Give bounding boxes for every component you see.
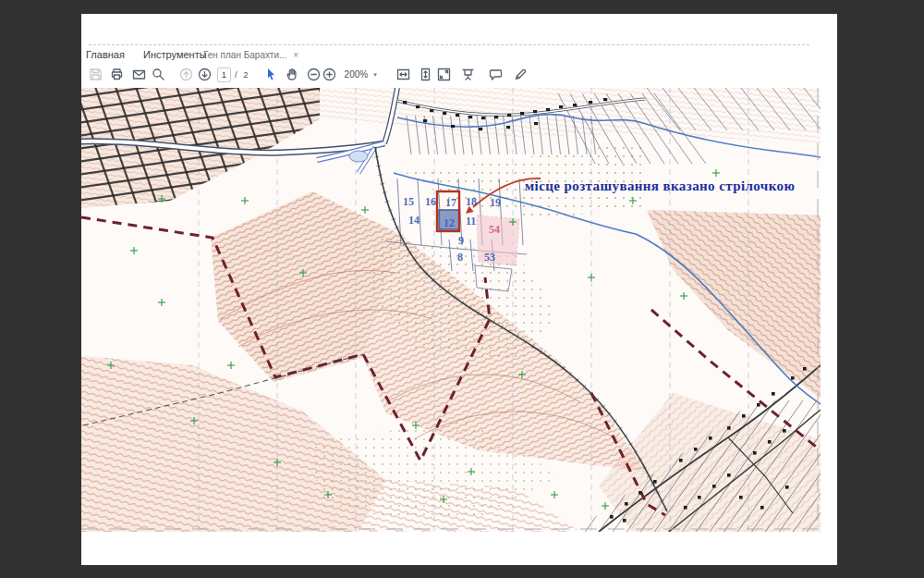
plot-number-8: 8 (457, 251, 463, 264)
pdf-viewer-window: Главная Инструменты Ген план Барахти...×… (81, 14, 837, 565)
map-annotation-text: місце розташування вказано стрілочкою (525, 178, 795, 193)
plot-number-16: 16 (425, 195, 436, 208)
zoom-in-button[interactable] (322, 67, 337, 82)
minus-circle-icon (306, 67, 322, 82)
plot-number-54: 54 (489, 223, 500, 236)
document-tab-title: Ген план Барахти... (203, 50, 286, 60)
search-icon (151, 67, 166, 82)
page-number-input[interactable]: 1 (217, 68, 231, 82)
plot-number-9: 9 (458, 234, 464, 247)
fullscreen-button[interactable] (436, 67, 452, 82)
fit-page-button[interactable] (418, 67, 433, 82)
arrow-up-circle-icon (178, 67, 194, 82)
fit-page-icon (418, 67, 433, 82)
plot-number-12: 12 (444, 216, 455, 229)
document-page: 1516171819141211954853 місце розташуванн… (81, 88, 821, 532)
tab-close-icon[interactable]: × (293, 50, 298, 60)
save-icon (88, 67, 103, 82)
search-button[interactable] (151, 67, 166, 82)
pencil-icon (513, 67, 529, 82)
titlebar-divider (89, 44, 809, 45)
plus-circle-icon (322, 67, 337, 82)
email-button[interactable] (131, 67, 147, 82)
select-tool-button[interactable] (263, 67, 279, 82)
toolbar: 1 / 2 200% ▾ (81, 62, 837, 87)
present-button[interactable] (460, 67, 476, 82)
plot-number-14: 14 (408, 214, 419, 227)
chevron-down-icon: ▾ (373, 71, 377, 79)
speech-bubble-icon (488, 67, 504, 82)
document-canvas[interactable]: 1516171819141211954853 місце розташуванн… (81, 88, 821, 532)
plot-number-17: 17 (445, 196, 456, 209)
menu-item-tools[interactable]: Инструменты (143, 49, 207, 60)
fit-width-button[interactable] (395, 67, 411, 82)
zoom-out-button[interactable] (306, 67, 322, 82)
next-page-button[interactable] (197, 67, 213, 82)
arrow-down-circle-icon (197, 67, 213, 82)
page-count-label: / 2 (235, 69, 250, 80)
comment-button[interactable] (488, 67, 504, 82)
previous-page-button[interactable] (178, 67, 194, 82)
print-button[interactable] (109, 67, 125, 82)
plot-number-18: 18 (466, 195, 477, 208)
menu-item-home[interactable]: Главная (86, 49, 125, 60)
presentation-screen-icon (460, 67, 476, 82)
printer-icon (109, 67, 125, 82)
plot-number-15: 15 (403, 195, 414, 208)
zoom-level-value: 200% (345, 69, 369, 80)
plot-number-11: 11 (466, 215, 476, 228)
plot-number-53: 53 (484, 251, 495, 264)
hand-icon (285, 67, 300, 82)
document-tab[interactable]: Ген план Барахти...× (203, 50, 298, 60)
save-button[interactable] (88, 67, 103, 82)
hand-tool-button[interactable] (285, 67, 300, 82)
zoom-level-dropdown[interactable]: 200% ▾ (345, 69, 377, 80)
fullscreen-icon (436, 67, 452, 82)
envelope-icon (131, 67, 147, 82)
screenshot-stage: Главная Инструменты Ген план Барахти...×… (0, 0, 924, 578)
plot-number-19: 19 (490, 196, 501, 209)
cursor-icon (263, 67, 279, 82)
fit-width-icon (395, 67, 411, 82)
sign-button[interactable] (513, 67, 529, 82)
